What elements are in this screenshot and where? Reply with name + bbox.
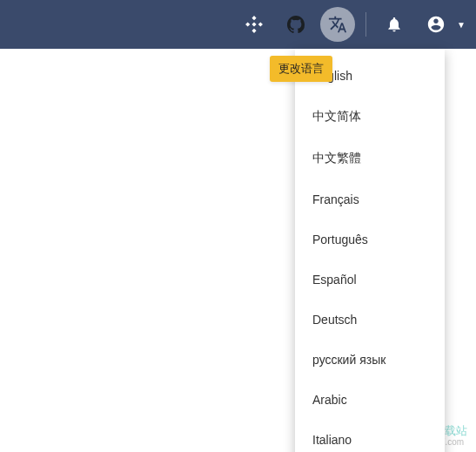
- svg-rect-0: [252, 16, 257, 20]
- svg-rect-2: [258, 22, 263, 26]
- account-button[interactable]: [419, 7, 453, 42]
- notifications-button[interactable]: [377, 7, 412, 42]
- language-option[interactable]: Arabic: [295, 380, 445, 420]
- translate-icon: [328, 15, 347, 34]
- language-option[interactable]: Français: [295, 179, 445, 219]
- language-button[interactable]: [320, 7, 355, 42]
- github-button[interactable]: [278, 7, 313, 42]
- app-header: ▼: [0, 0, 476, 49]
- apps-button[interactable]: [237, 7, 272, 42]
- svg-rect-1: [245, 22, 250, 26]
- svg-rect-3: [252, 29, 257, 33]
- language-dropdown: English 中文简体 中文繁體 Français Português Esp…: [295, 49, 445, 452]
- change-language-tooltip: 更改语言: [270, 56, 332, 82]
- language-option[interactable]: Italiano: [295, 420, 445, 452]
- language-option[interactable]: 中文繁體: [295, 138, 445, 179]
- apps-icon: [245, 15, 264, 34]
- language-option[interactable]: 中文简体: [295, 96, 445, 138]
- account-caret-icon[interactable]: ▼: [457, 20, 466, 30]
- language-option[interactable]: Español: [295, 260, 445, 300]
- bell-icon: [385, 16, 403, 33]
- github-icon: [285, 14, 306, 35]
- language-option[interactable]: Português: [295, 219, 445, 260]
- language-option[interactable]: Deutsch: [295, 300, 445, 340]
- language-option[interactable]: русский язык: [295, 340, 445, 380]
- account-icon: [426, 15, 446, 34]
- header-separator: [365, 12, 366, 37]
- svg-rect-4: [252, 22, 257, 26]
